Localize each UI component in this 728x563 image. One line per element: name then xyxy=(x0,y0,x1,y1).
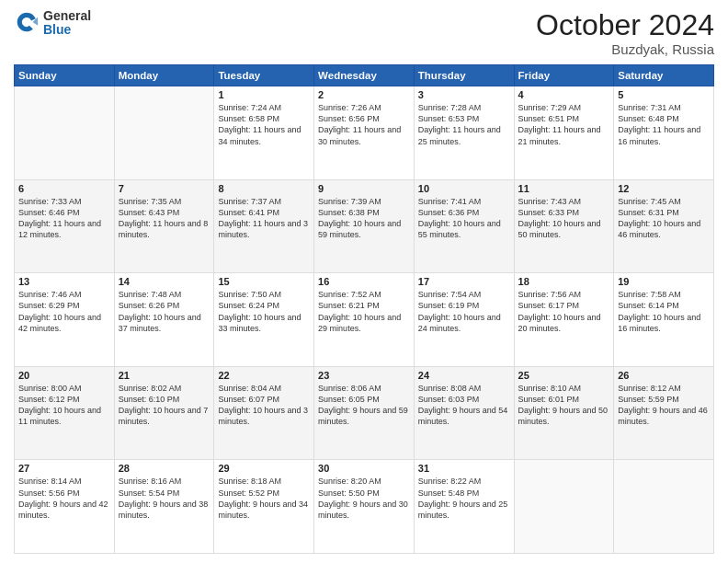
table-row: 14Sunrise: 7:48 AM Sunset: 6:26 PM Dayli… xyxy=(114,273,214,367)
table-row: 6Sunrise: 7:33 AM Sunset: 6:46 PM Daylig… xyxy=(15,179,115,273)
page: General Blue October 2024 Buzdyak, Russi… xyxy=(0,0,728,563)
logo-icon xyxy=(14,10,40,36)
day-number: 3 xyxy=(418,89,510,100)
day-number: 11 xyxy=(518,183,610,194)
day-number: 1 xyxy=(218,89,310,100)
day-info: Sunrise: 7:54 AM Sunset: 6:19 PM Dayligh… xyxy=(418,289,510,334)
day-info: Sunrise: 8:00 AM Sunset: 6:12 PM Dayligh… xyxy=(18,383,110,428)
col-thursday: Thursday xyxy=(414,65,514,86)
day-info: Sunrise: 7:52 AM Sunset: 6:21 PM Dayligh… xyxy=(318,289,410,334)
day-info: Sunrise: 7:37 AM Sunset: 6:41 PM Dayligh… xyxy=(218,196,310,241)
table-row: 5Sunrise: 7:31 AM Sunset: 6:48 PM Daylig… xyxy=(614,86,714,180)
day-number: 16 xyxy=(318,276,410,287)
day-info: Sunrise: 7:48 AM Sunset: 6:26 PM Dayligh… xyxy=(119,289,210,334)
day-info: Sunrise: 8:04 AM Sunset: 6:07 PM Dayligh… xyxy=(218,383,310,428)
table-row: 7Sunrise: 7:35 AM Sunset: 6:43 PM Daylig… xyxy=(114,179,214,273)
day-info: Sunrise: 7:46 AM Sunset: 6:29 PM Dayligh… xyxy=(18,289,110,334)
logo-blue-text: Blue xyxy=(43,22,71,37)
day-info: Sunrise: 7:35 AM Sunset: 6:43 PM Dayligh… xyxy=(119,196,210,241)
day-info: Sunrise: 7:45 AM Sunset: 6:31 PM Dayligh… xyxy=(618,196,710,241)
day-info: Sunrise: 8:16 AM Sunset: 5:54 PM Dayligh… xyxy=(119,476,210,521)
day-number: 13 xyxy=(18,276,110,287)
table-row xyxy=(614,460,714,554)
calendar-week-row: 27Sunrise: 8:14 AM Sunset: 5:56 PM Dayli… xyxy=(15,460,714,554)
calendar-week-row: 20Sunrise: 8:00 AM Sunset: 6:12 PM Dayli… xyxy=(15,366,714,460)
day-info: Sunrise: 7:24 AM Sunset: 6:58 PM Dayligh… xyxy=(218,102,310,147)
calendar-week-row: 6Sunrise: 7:33 AM Sunset: 6:46 PM Daylig… xyxy=(15,179,714,273)
table-row: 11Sunrise: 7:43 AM Sunset: 6:33 PM Dayli… xyxy=(514,179,614,273)
day-info: Sunrise: 7:28 AM Sunset: 6:53 PM Dayligh… xyxy=(418,102,510,147)
day-info: Sunrise: 7:29 AM Sunset: 6:51 PM Dayligh… xyxy=(518,102,610,147)
day-number: 9 xyxy=(318,183,410,194)
day-number: 22 xyxy=(218,370,310,381)
day-number: 24 xyxy=(418,370,510,381)
table-row: 26Sunrise: 8:12 AM Sunset: 5:59 PM Dayli… xyxy=(614,366,714,460)
day-number: 29 xyxy=(218,463,310,474)
table-row: 4Sunrise: 7:29 AM Sunset: 6:51 PM Daylig… xyxy=(514,86,614,180)
day-number: 23 xyxy=(318,370,410,381)
day-number: 14 xyxy=(119,276,210,287)
day-info: Sunrise: 7:43 AM Sunset: 6:33 PM Dayligh… xyxy=(518,196,610,241)
day-info: Sunrise: 7:50 AM Sunset: 6:24 PM Dayligh… xyxy=(218,289,310,334)
day-info: Sunrise: 7:56 AM Sunset: 6:17 PM Dayligh… xyxy=(518,289,610,334)
day-number: 26 xyxy=(618,370,710,381)
day-number: 27 xyxy=(18,463,110,474)
table-row: 20Sunrise: 8:00 AM Sunset: 6:12 PM Dayli… xyxy=(15,366,115,460)
day-info: Sunrise: 7:33 AM Sunset: 6:46 PM Dayligh… xyxy=(18,196,110,241)
calendar-table: Sunday Monday Tuesday Wednesday Thursday… xyxy=(14,64,714,554)
table-row: 31Sunrise: 8:22 AM Sunset: 5:48 PM Dayli… xyxy=(414,460,514,554)
col-friday: Friday xyxy=(514,65,614,86)
day-number: 19 xyxy=(618,276,710,287)
table-row: 21Sunrise: 8:02 AM Sunset: 6:10 PM Dayli… xyxy=(114,366,214,460)
table-row: 25Sunrise: 8:10 AM Sunset: 6:01 PM Dayli… xyxy=(514,366,614,460)
day-info: Sunrise: 8:18 AM Sunset: 5:52 PM Dayligh… xyxy=(218,476,310,521)
col-tuesday: Tuesday xyxy=(214,65,314,86)
day-number: 12 xyxy=(618,183,710,194)
calendar-week-row: 13Sunrise: 7:46 AM Sunset: 6:29 PM Dayli… xyxy=(15,273,714,367)
day-info: Sunrise: 8:12 AM Sunset: 5:59 PM Dayligh… xyxy=(618,383,710,428)
day-number: 17 xyxy=(418,276,510,287)
table-row: 16Sunrise: 7:52 AM Sunset: 6:21 PM Dayli… xyxy=(314,273,415,367)
day-info: Sunrise: 7:31 AM Sunset: 6:48 PM Dayligh… xyxy=(618,102,710,147)
table-row xyxy=(114,86,214,180)
day-number: 25 xyxy=(518,370,610,381)
location: Buzdyak, Russia xyxy=(536,41,714,57)
day-info: Sunrise: 8:02 AM Sunset: 6:10 PM Dayligh… xyxy=(119,383,210,428)
day-info: Sunrise: 8:10 AM Sunset: 6:01 PM Dayligh… xyxy=(518,383,610,428)
day-number: 15 xyxy=(218,276,310,287)
col-monday: Monday xyxy=(114,65,214,86)
col-sunday: Sunday xyxy=(15,65,115,86)
col-wednesday: Wednesday xyxy=(314,65,415,86)
table-row xyxy=(514,460,614,554)
month-title: October 2024 xyxy=(536,9,714,41)
table-row: 13Sunrise: 7:46 AM Sunset: 6:29 PM Dayli… xyxy=(15,273,115,367)
day-info: Sunrise: 7:41 AM Sunset: 6:36 PM Dayligh… xyxy=(418,196,510,241)
day-number: 2 xyxy=(318,89,410,100)
day-number: 8 xyxy=(218,183,310,194)
title-block: October 2024 Buzdyak, Russia xyxy=(536,9,714,57)
table-row: 30Sunrise: 8:20 AM Sunset: 5:50 PM Dayli… xyxy=(314,460,415,554)
table-row: 17Sunrise: 7:54 AM Sunset: 6:19 PM Dayli… xyxy=(414,273,514,367)
table-row: 29Sunrise: 8:18 AM Sunset: 5:52 PM Dayli… xyxy=(214,460,314,554)
table-row: 24Sunrise: 8:08 AM Sunset: 6:03 PM Dayli… xyxy=(414,366,514,460)
day-number: 4 xyxy=(518,89,610,100)
calendar-header-row: Sunday Monday Tuesday Wednesday Thursday… xyxy=(15,65,714,86)
table-row: 15Sunrise: 7:50 AM Sunset: 6:24 PM Dayli… xyxy=(214,273,314,367)
table-row: 8Sunrise: 7:37 AM Sunset: 6:41 PM Daylig… xyxy=(214,179,314,273)
day-info: Sunrise: 8:06 AM Sunset: 6:05 PM Dayligh… xyxy=(318,383,410,428)
day-number: 28 xyxy=(119,463,210,474)
calendar-week-row: 1Sunrise: 7:24 AM Sunset: 6:58 PM Daylig… xyxy=(15,86,714,180)
day-number: 6 xyxy=(18,183,110,194)
day-number: 30 xyxy=(318,463,410,474)
day-number: 5 xyxy=(618,89,710,100)
day-number: 10 xyxy=(418,183,510,194)
day-number: 20 xyxy=(18,370,110,381)
table-row: 27Sunrise: 8:14 AM Sunset: 5:56 PM Dayli… xyxy=(15,460,115,554)
table-row: 18Sunrise: 7:56 AM Sunset: 6:17 PM Dayli… xyxy=(514,273,614,367)
table-row: 10Sunrise: 7:41 AM Sunset: 6:36 PM Dayli… xyxy=(414,179,514,273)
table-row: 23Sunrise: 8:06 AM Sunset: 6:05 PM Dayli… xyxy=(314,366,415,460)
table-row xyxy=(15,86,115,180)
day-info: Sunrise: 7:26 AM Sunset: 6:56 PM Dayligh… xyxy=(318,102,410,147)
logo-general-text: General xyxy=(43,8,91,23)
table-row: 3Sunrise: 7:28 AM Sunset: 6:53 PM Daylig… xyxy=(414,86,514,180)
